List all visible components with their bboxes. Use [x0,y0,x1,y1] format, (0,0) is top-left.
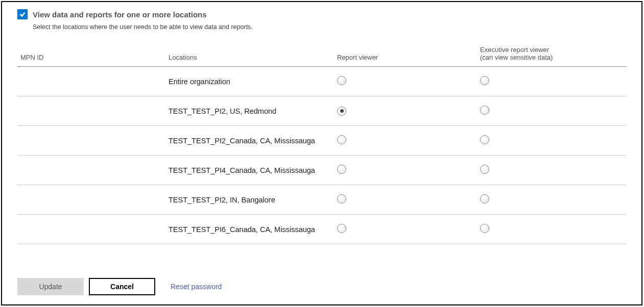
cancel-button[interactable]: Cancel [89,278,155,295]
cell-location: Entire organization [165,67,334,96]
exec-viewer-radio[interactable] [480,224,489,233]
cell-mpn [17,67,165,96]
cell-mpn [17,96,165,126]
col-exec-viewer-line1: Executive report viewer [480,46,549,54]
update-button[interactable]: Update [17,278,84,295]
locations-permissions-panel: View data and reports for one or more lo… [1,1,642,305]
exec-viewer-radio[interactable] [480,76,489,85]
table-row: TEST_TEST_PI6_Canada, CA, Mississauga [17,215,626,244]
col-exec-viewer: Executive report viewer (can view sensit… [477,41,626,67]
reset-password-link[interactable]: Reset password [171,283,222,291]
report-viewer-radio[interactable] [337,76,346,85]
table-row: Entire organization [17,67,626,96]
cell-exec-viewer [477,67,626,96]
exec-viewer-radio[interactable] [480,135,489,144]
cell-exec-viewer [477,96,626,126]
col-exec-viewer-line2: (can view sensitive data) [480,54,553,61]
cell-exec-viewer [477,215,626,244]
table-row: TEST_TEST_PI4_Canada, CA, Mississauga [17,156,626,185]
cell-report-viewer [334,96,477,126]
view-data-checkbox[interactable] [17,9,28,19]
table-row: TEST_TEST_PI2_Canada, CA, Mississauga [17,126,626,156]
cell-location: TEST_TEST_PI2, US, Redmond [165,96,334,126]
exec-viewer-radio[interactable] [480,194,489,203]
cell-location: TEST_TEST_PI6_Canada, CA, Mississauga [165,215,334,244]
cell-report-viewer [334,67,477,96]
report-viewer-radio[interactable] [337,135,346,144]
exec-viewer-radio[interactable] [480,165,489,174]
section-header: View data and reports for one or more lo… [17,9,626,19]
section-subtitle: Select the locations where the user need… [33,23,626,31]
cell-location: TEST_TEST_PI2_Canada, CA, Mississauga [165,126,334,156]
col-locations: Locations [165,41,334,67]
table-row: TEST_TEST_PI2, IN, Bangalore [17,185,626,215]
report-viewer-radio[interactable] [337,194,346,203]
report-viewer-radio[interactable] [337,224,346,233]
locations-table: MPN ID Locations Report viewer Executive… [17,41,626,244]
cell-exec-viewer [477,126,626,156]
footer-actions: Update Cancel Reset password [17,278,222,295]
cell-report-viewer [334,126,477,156]
check-icon [19,11,26,18]
report-viewer-radio[interactable] [337,107,346,116]
report-viewer-radio[interactable] [337,165,346,174]
cell-mpn [17,185,165,215]
cell-report-viewer [334,215,477,244]
cell-location: TEST_TEST_PI4_Canada, CA, Mississauga [165,156,334,185]
cell-exec-viewer [477,156,626,185]
cell-location: TEST_TEST_PI2, IN, Bangalore [165,185,334,215]
cell-report-viewer [334,185,477,215]
col-report-viewer: Report viewer [334,41,477,67]
section-title: View data and reports for one or more lo… [33,10,207,19]
table-row: TEST_TEST_PI2, US, Redmond [17,96,626,126]
cell-mpn [17,215,165,244]
cell-report-viewer [334,156,477,185]
cell-mpn [17,126,165,156]
cell-mpn [17,156,165,185]
cell-exec-viewer [477,185,626,215]
exec-viewer-radio[interactable] [480,106,489,115]
col-mpn: MPN ID [17,41,165,67]
